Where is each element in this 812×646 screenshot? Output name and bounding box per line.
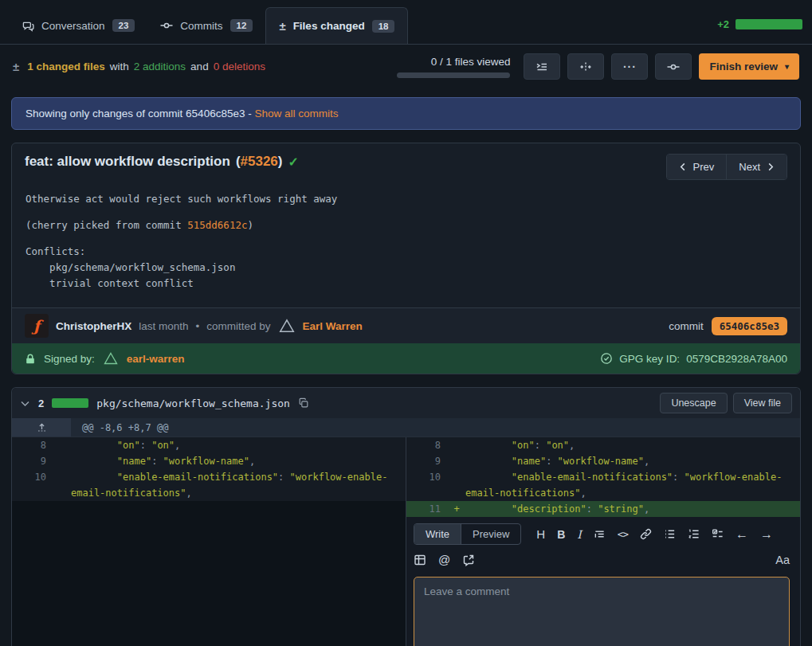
line-number[interactable]: 9 [406, 453, 448, 469]
caret-down-icon: ▾ [785, 62, 789, 71]
tab-conversation[interactable]: Conversation 23 [10, 7, 147, 44]
files-viewed-label: 0 / 1 files viewed [431, 56, 511, 68]
diff-line: 11+ "description": "string", [406, 501, 800, 517]
dot-separator: • [196, 320, 200, 332]
summary-with: with [110, 61, 129, 72]
comment-input[interactable] [414, 577, 790, 646]
view-file-button[interactable]: View file [733, 393, 792, 413]
tab-commits-count: 12 [230, 19, 253, 32]
arrow-left-icon[interactable]: ← [736, 527, 748, 542]
pull-request-files-page: Conversation 23 Commits 12 ± Files chang… [0, 0, 812, 646]
cherry-pick-text: (cherry picked from commit [25, 219, 187, 231]
expand-hunk-button[interactable] [12, 418, 71, 437]
collapse-file-icon[interactable] [20, 398, 30, 409]
changed-files-text: 1 changed files [27, 61, 105, 72]
diff-code: "description": "string", [465, 501, 800, 517]
heading-icon[interactable]: H [536, 527, 545, 541]
line-number[interactable]: 8 [12, 437, 53, 453]
diff-line: 8 "on": "on", [12, 437, 406, 453]
link-icon[interactable] [640, 528, 652, 540]
committer-name-link[interactable]: Earl Warren [303, 320, 363, 332]
unordered-list-icon[interactable] [664, 528, 676, 540]
diff-line: 10 "enable-email-notifications": "workfl… [12, 469, 406, 501]
ordered-list-icon[interactable] [688, 528, 700, 540]
diff-new-column: 8 "on": "on",9 "name": "workflow-name",1… [406, 437, 800, 646]
comment-editor: Write Preview H B I <> [406, 517, 800, 646]
signer-avatar[interactable] [103, 350, 119, 366]
mention-icon[interactable]: @ [438, 553, 450, 566]
file-change-bar [52, 398, 88, 408]
diff-sign [53, 437, 71, 453]
editor-mode-toggle[interactable]: Aa [775, 554, 790, 566]
gpg-key-label: GPG key ID: [619, 353, 680, 365]
banner-text: Showing only changes of commit 65406c85e… [25, 108, 252, 119]
diff-sign [53, 469, 71, 501]
commit-icon [160, 19, 173, 32]
show-all-commits-link[interactable]: Show all commits [254, 108, 338, 119]
commit-sha-badge[interactable]: 65406c85e3 [712, 317, 787, 335]
commit-body-line: Otherwise act would reject such workflow… [25, 191, 787, 207]
cherry-pick-sha-link[interactable]: 515dd6612c [187, 219, 247, 231]
file-tree-icon [535, 61, 548, 73]
split-view-button[interactable] [567, 53, 604, 80]
code-icon[interactable]: <> [618, 528, 628, 540]
diff-icon: ± [279, 19, 285, 33]
file-name[interactable]: pkg/schema/workflow_schema.json [96, 397, 290, 409]
diff-code: "enable-email-notifications": "workflow-… [465, 469, 800, 501]
diff-new-lines: 8 "on": "on",9 "name": "workflow-name",1… [406, 437, 800, 517]
author-avatar[interactable]: ƒ [25, 314, 49, 338]
chevron-right-icon [767, 162, 775, 171]
quote-icon[interactable] [594, 528, 606, 540]
pr-number-link[interactable]: #5326 [241, 154, 278, 169]
cherry-pick-close: ) [247, 219, 253, 231]
line-number[interactable]: 9 [12, 453, 53, 469]
tab-write[interactable]: Write [414, 524, 461, 544]
diff-code: "name": "workflow-name", [71, 453, 406, 469]
file-change-count: 2 [38, 397, 44, 409]
diff-sign [448, 453, 465, 469]
deletions-text: 0 deletions [214, 61, 265, 72]
arrow-right-icon[interactable]: → [760, 527, 773, 542]
copy-path-icon[interactable] [298, 397, 309, 409]
more-options-button[interactable]: ··· [611, 53, 648, 80]
diff-icon: ± [13, 60, 19, 73]
diff-toolbar: ± 1 changed files with 2 additions and 0… [0, 45, 812, 88]
bold-icon[interactable]: B [557, 528, 565, 541]
next-commit-button[interactable]: Next [726, 155, 787, 179]
tab-conversation-label: Conversation [41, 20, 105, 32]
task-list-icon[interactable] [712, 528, 724, 540]
prev-commit-button[interactable]: Prev [667, 155, 727, 179]
file-tree-button[interactable] [524, 53, 560, 80]
commit-select-button[interactable] [655, 53, 692, 80]
tab-commits[interactable]: Commits 12 [147, 7, 265, 44]
commit-message-box: feat: allow workflow description (#5326)… [11, 143, 801, 374]
diff-file-box: 2 pkg/schema/workflow_schema.json Unesca… [11, 387, 801, 646]
reference-icon[interactable] [462, 554, 475, 566]
commit-message-body: Otherwise act would reject such workflow… [12, 183, 800, 307]
committer-avatar[interactable] [278, 317, 296, 335]
finish-review-button[interactable]: Finish review ▾ [699, 53, 799, 80]
diff-code: "name": "workflow-name", [465, 453, 800, 469]
tab-files-changed-label: Files changed [293, 20, 365, 32]
signer-name-link[interactable]: earl-warren [127, 353, 185, 365]
line-number[interactable]: 11 [406, 501, 448, 517]
table-icon[interactable] [414, 554, 426, 566]
diff-code: "enable-email-notifications": "workflow-… [71, 469, 406, 501]
conflicts-label: Conflicts: [25, 245, 85, 257]
signed-by-row: Signed by: earl-warren GPG key ID: 0579C… [12, 343, 800, 374]
additions-count: +2 [717, 18, 729, 30]
line-number[interactable]: 10 [12, 469, 53, 501]
line-number[interactable]: 8 [406, 437, 448, 453]
tab-preview[interactable]: Preview [461, 524, 520, 544]
unescape-button[interactable]: Unescape [660, 393, 727, 413]
line-number[interactable]: 10 [406, 469, 448, 501]
commit-body-line: (cherry picked from commit 515dd6612c) [25, 217, 787, 233]
prev-label: Prev [693, 161, 715, 173]
diff-sign [448, 437, 465, 453]
diff-line: 8 "on": "on", [406, 437, 800, 453]
verified-icon [600, 352, 613, 365]
summary-and: and [190, 61, 209, 72]
author-name-link[interactable]: ChristopherHX [56, 320, 131, 332]
italic-icon[interactable]: I [577, 528, 582, 541]
tab-files-changed[interactable]: ± Files changed 18 [265, 7, 408, 44]
